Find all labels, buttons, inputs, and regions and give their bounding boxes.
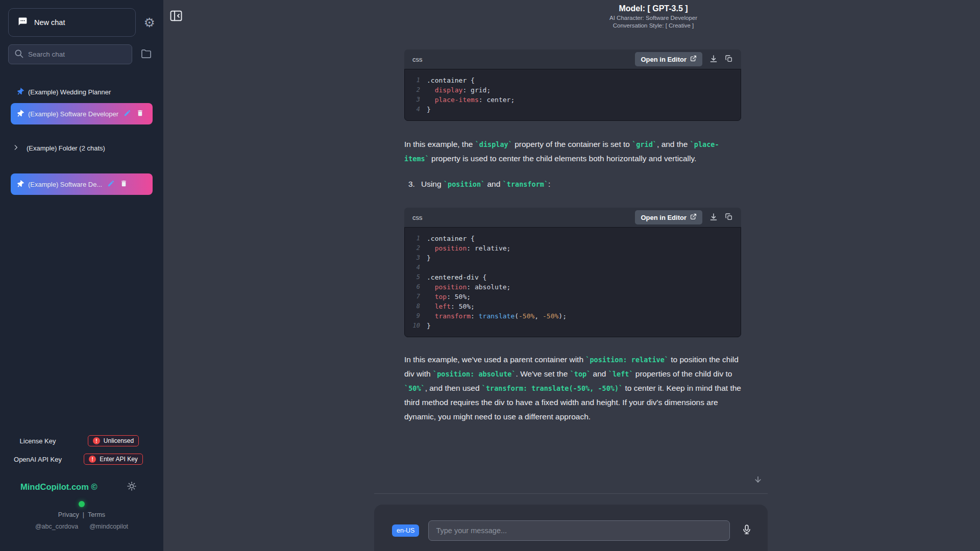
code-block-header: css Open in Editor <box>404 208 741 227</box>
pin-icon <box>17 181 23 188</box>
code-actions: Open in Editor <box>635 52 733 66</box>
copy-code-button[interactable] <box>725 213 733 222</box>
edit-chat-button[interactable] <box>107 180 115 189</box>
collapse-sidebar-icon <box>168 17 184 24</box>
trash-icon <box>120 180 128 189</box>
text-segment: property of the container is set to <box>512 140 632 148</box>
alert-exclamation-icon <box>93 437 100 444</box>
message-input[interactable] <box>428 520 730 541</box>
new-chat-button[interactable]: New chat <box>8 8 136 37</box>
inline-code: `transform: translate(-50%, -50%)` <box>482 384 623 392</box>
inline-code: `transform` <box>503 180 548 188</box>
handle-link[interactable]: @abc_cordova <box>35 523 78 530</box>
chat-list: (Example) Wedding Planner (Example) Soft… <box>0 85 163 195</box>
chat-folder-label: (Example) Folder (2 chats) <box>27 144 105 152</box>
chat-item-label: (Example) Wedding Planner <box>28 88 111 96</box>
license-status-badge[interactable]: Unlicensed <box>88 435 139 446</box>
enter-api-key-button[interactable]: Enter API Key <box>84 454 143 465</box>
sidebar-top-row: New chat ⚙ <box>0 0 163 37</box>
social-handles: @abc_cordova @mindcopilot <box>0 523 163 530</box>
chat-bubble-icon <box>18 17 28 28</box>
text-segment: : <box>548 180 550 188</box>
code-block: css Open in Editor <box>404 208 741 337</box>
chat-item-software-developer[interactable]: (Example) Software Developer <box>11 103 153 124</box>
delete-chat-button[interactable] <box>136 109 144 118</box>
composer: en-US <box>374 505 768 551</box>
microphone-button[interactable] <box>741 524 752 537</box>
handle-link[interactable]: @mindcopilot <box>89 523 128 530</box>
text-segment: In this example, the <box>404 140 475 148</box>
inline-code: `grid` <box>632 140 657 148</box>
text-segment: In this example, we've used a parent con… <box>404 355 585 364</box>
privacy-link[interactable]: Privacy <box>58 511 79 518</box>
text-segment: properties of the child div to <box>633 369 732 378</box>
list-item-marker: 3. <box>408 180 415 188</box>
code-body: 1.container {2 display: grid;3 place-ite… <box>404 69 741 121</box>
text-segment: property is used to center the child ele… <box>429 154 697 163</box>
download-code-button[interactable] <box>709 54 718 65</box>
code-language-label: css <box>412 214 423 221</box>
inline-code: `position: absolute` <box>433 370 516 378</box>
code-line: 2 position: relative; <box>405 243 741 253</box>
license-status-text: Unlicensed <box>104 437 134 444</box>
download-code-button[interactable] <box>709 212 718 223</box>
code-line: 6 position: absolute; <box>405 282 741 292</box>
message-paragraph: In this example, we've used a parent con… <box>404 353 741 424</box>
inline-code: `position: relative` <box>585 356 669 364</box>
terms-link[interactable]: Terms <box>88 511 105 518</box>
copy-code-button[interactable] <box>725 55 733 64</box>
arrow-down-icon <box>753 478 763 486</box>
links-separator: | <box>83 511 84 518</box>
code-line: 3 place-items: center; <box>405 95 741 105</box>
download-icon <box>709 212 718 223</box>
inline-code: `50%` <box>404 384 425 392</box>
settings-gear-icon[interactable]: ⚙ <box>144 16 155 29</box>
alert-exclamation-icon <box>89 456 96 463</box>
code-line: 5.centered-div { <box>405 272 741 282</box>
code-language-label: css <box>412 56 423 63</box>
chat-item-label: (Example) Software Developer <box>28 110 118 118</box>
chat-item-software-de[interactable]: (Example) Software De... <box>11 173 153 195</box>
open-in-editor-label: Open in Editor <box>641 56 687 63</box>
collapse-sidebar-button[interactable] <box>168 9 184 24</box>
open-in-editor-label: Open in Editor <box>641 214 687 221</box>
code-line: 4 <box>405 263 741 272</box>
brand-link[interactable]: MindCopilot.com © <box>20 482 97 492</box>
open-in-editor-button[interactable]: Open in Editor <box>635 210 702 224</box>
list-item-text: Using `position` and `transform`: <box>421 180 550 188</box>
license-key-label: License Key <box>20 437 56 445</box>
speech-language-badge[interactable]: en-US <box>392 524 419 537</box>
copy-icon <box>725 55 733 64</box>
chevron-right-icon <box>12 144 19 153</box>
folder-icon <box>140 48 152 61</box>
delete-chat-button[interactable] <box>120 180 128 189</box>
code-line: 2 display: grid; <box>405 85 741 95</box>
search-chat-input[interactable] <box>28 51 127 58</box>
inline-code: `left` <box>608 370 633 378</box>
text-segment: and <box>591 369 608 378</box>
legal-links: Privacy|Terms <box>0 511 163 518</box>
code-line: 7 top: 50%; <box>405 292 741 302</box>
assistant-message: css Open in Editor <box>404 0 741 424</box>
microphone-icon <box>741 524 752 537</box>
edit-chat-button[interactable] <box>124 109 131 118</box>
inline-code: `position` <box>444 180 485 188</box>
chat-item-wedding-planner[interactable]: (Example) Wedding Planner <box>11 85 153 99</box>
scroll-to-bottom-button[interactable] <box>753 475 763 486</box>
text-segment: Using <box>421 180 444 188</box>
text-segment: and <box>485 180 502 188</box>
open-in-editor-button[interactable]: Open in Editor <box>635 52 702 66</box>
theme-toggle-button[interactable] <box>127 481 137 493</box>
api-key-action-text: Enter API Key <box>100 456 138 463</box>
message-list-item: 3.Using `position` and `transform`: <box>404 177 741 191</box>
chat-folder-item[interactable]: (Example) Folder (2 chats) <box>11 141 153 155</box>
code-block: css Open in Editor <box>404 49 741 121</box>
text-segment: , and then used <box>425 384 482 392</box>
search-row <box>0 37 163 64</box>
pin-icon <box>17 88 23 95</box>
brand-row: MindCopilot.com © <box>0 481 163 493</box>
external-link-icon <box>690 55 697 63</box>
new-folder-button[interactable] <box>137 45 155 64</box>
pin-icon <box>17 110 23 117</box>
new-chat-label: New chat <box>34 18 65 27</box>
